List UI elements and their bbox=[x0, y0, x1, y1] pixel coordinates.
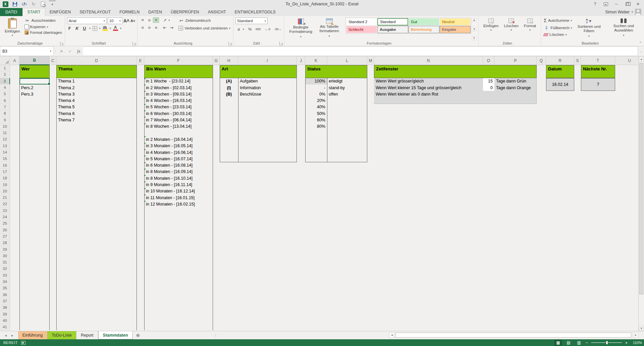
cell-F13[interactable]: in 3 Monaten - [16.05.14] bbox=[144, 143, 213, 149]
cell-H1[interactable]: Art bbox=[220, 65, 297, 78]
ribbon-tab-daten[interactable]: DATEN bbox=[144, 8, 166, 16]
cell-D4[interactable]: Thema 2 bbox=[56, 84, 137, 91]
vertical-scrollbar[interactable]: ▲ ▼ bbox=[638, 56, 644, 331]
cell-K9[interactable]: 60% bbox=[305, 117, 327, 123]
number-dialog-launcher[interactable]: ↘ bbox=[279, 42, 283, 45]
cell-F8[interactable]: in 6 Wochen - [30.03.14] bbox=[144, 110, 213, 117]
zoom-slider-thumb[interactable] bbox=[606, 341, 608, 345]
cell-D9[interactable]: Thema 7 bbox=[56, 117, 137, 123]
restore-button[interactable] bbox=[623, 1, 632, 7]
cell-B1[interactable]: Wer bbox=[19, 65, 50, 78]
next-sheet-button[interactable]: ► bbox=[11, 334, 14, 337]
scroll-down-button[interactable]: ▼ bbox=[639, 326, 644, 331]
cell-R3[interactable]: 16.02.14 bbox=[546, 78, 574, 91]
column-header-F[interactable]: F bbox=[144, 56, 213, 65]
align-middle-button[interactable]: ≡ bbox=[146, 17, 152, 23]
cell-F20[interactable]: in 10 Monaten - [16.12.14] bbox=[144, 188, 213, 194]
copy-button[interactable]: Kopieren▾ bbox=[24, 24, 62, 30]
zoom-out-button[interactable]: − bbox=[586, 340, 588, 345]
cell-F12[interactable]: in 2 Monaten - [16.04.14] bbox=[144, 136, 213, 142]
conditional-formatting-button[interactable]: Bedingte Formatierung▾ bbox=[286, 17, 315, 40]
cell-T1[interactable]: Nächste Nr. bbox=[581, 65, 615, 78]
font-color-button[interactable]: A bbox=[113, 26, 118, 31]
cell-T3[interactable]: 7 bbox=[581, 78, 615, 91]
cell-L5[interactable]: offen bbox=[327, 91, 367, 97]
column-header-H[interactable]: H bbox=[220, 56, 238, 65]
font-dialog-launcher[interactable]: ↘ bbox=[132, 42, 136, 45]
cell-I4[interactable]: Information bbox=[238, 84, 297, 91]
cell-grid[interactable]: WerThemaBis WannArtStatusZeitfensterDatu… bbox=[0, 65, 644, 331]
cell-I3[interactable]: Aufgaben bbox=[238, 78, 297, 84]
cell-I5[interactable]: Beschlüsse bbox=[238, 91, 297, 97]
sort-filter-button[interactable]: AZ▼ Sortieren und Filtern▾ bbox=[573, 17, 605, 39]
print-preview-button[interactable] bbox=[40, 1, 46, 7]
tab-scroll-splitter[interactable]: ⋮ bbox=[214, 331, 217, 339]
minimize-button[interactable]: ─ bbox=[612, 1, 621, 7]
active-cell-selection[interactable] bbox=[19, 78, 50, 84]
cell-F19[interactable]: in 9 Monaten - [16.11.14] bbox=[144, 181, 213, 188]
help-button[interactable]: ? bbox=[590, 1, 600, 7]
align-left-button[interactable]: ≡ bbox=[140, 25, 146, 30]
format-painter-button[interactable]: Format übertragen bbox=[24, 30, 62, 35]
cell-F16[interactable]: in 6 Monaten - [16.08.14] bbox=[144, 162, 213, 169]
column-header-G[interactable]: G bbox=[213, 56, 220, 65]
page-break-view-button[interactable]: ▥ bbox=[575, 340, 583, 346]
delete-cells-button[interactable]: ✕ Löschen▾ bbox=[501, 17, 521, 33]
sheet-tab-todo-liste[interactable]: ToDo-Liste bbox=[47, 331, 76, 339]
format-cells-button[interactable]: ↔ Format▾ bbox=[521, 17, 539, 33]
orientation-button[interactable]: ↗ bbox=[162, 17, 168, 23]
horizontal-scroll-thumb[interactable] bbox=[395, 333, 631, 338]
close-button[interactable]: ✕ bbox=[633, 1, 643, 7]
ribbon-tab-einfügen[interactable]: EINFÜGEN bbox=[45, 8, 75, 16]
confirm-entry-button[interactable]: ✓ bbox=[66, 46, 74, 56]
cell-style-ausgabe[interactable]: Ausgabe bbox=[377, 26, 408, 33]
cell-D8[interactable]: Thema 6 bbox=[56, 110, 137, 117]
cell-K5[interactable]: 0% bbox=[305, 91, 327, 97]
scroll-right-button[interactable]: ► bbox=[633, 332, 639, 338]
align-bottom-button[interactable]: ≡ bbox=[153, 17, 159, 23]
cell-F4[interactable]: in 2 Wochen - [02.03.14] bbox=[144, 84, 213, 91]
column-header-D[interactable]: D bbox=[56, 56, 137, 65]
number-format-select[interactable]: Standard▾ bbox=[235, 17, 268, 24]
cell-K3[interactable]: 100% bbox=[305, 78, 327, 84]
cell-style-eingabe[interactable]: Eingabe bbox=[440, 26, 471, 33]
zoom-in-button[interactable]: + bbox=[625, 340, 628, 345]
column-header-P[interactable]: P bbox=[494, 56, 537, 65]
new-sheet-button[interactable]: ⊕ bbox=[133, 331, 144, 339]
merge-center-button[interactable]: Verbinden und zentrieren▾ bbox=[178, 25, 231, 31]
align-right-button[interactable]: ≡ bbox=[153, 25, 159, 30]
cell-D1[interactable]: Thema bbox=[56, 65, 137, 78]
ribbon-tab-überprüfen[interactable]: ÜBERPRÜFEN bbox=[166, 8, 204, 16]
cell-F14[interactable]: in 4 Monaten - [16.06.14] bbox=[144, 149, 213, 156]
collapse-ribbon-button[interactable]: ⌃ bbox=[639, 41, 642, 45]
cell-F22[interactable]: in 12 Monaten - [16.02.15] bbox=[144, 201, 213, 207]
scroll-up-button[interactable]: ▲ bbox=[639, 56, 644, 62]
cell-K10[interactable]: 80% bbox=[305, 123, 327, 130]
find-select-button[interactable]: Suchen und Auswählen▾ bbox=[605, 17, 642, 39]
zoom-level[interactable]: 110% bbox=[631, 341, 642, 345]
cell-style-standard[interactable]: Standard bbox=[377, 18, 408, 25]
cell-N4[interactable]: Wenn Wert kleiner 15 Tage und grösser/gl… bbox=[374, 84, 483, 91]
horizontal-scrollbar[interactable]: ◄ ► bbox=[389, 332, 639, 338]
wrap-text-button[interactable]: ↩Zeilenumbruch bbox=[178, 17, 231, 23]
sheet-tab-report[interactable]: Report bbox=[76, 331, 98, 339]
customize-qat-button[interactable]: ▾ bbox=[49, 1, 56, 7]
formula-input[interactable] bbox=[83, 46, 638, 56]
sheet-tab-einf-hrung[interactable]: Einführung bbox=[18, 331, 47, 339]
increase-indent-button[interactable]: ⇥ bbox=[168, 25, 174, 30]
column-header-J[interactable]: J bbox=[297, 56, 305, 65]
cell-K8[interactable]: 50% bbox=[305, 110, 327, 117]
cell-style-standard-2[interactable]: Standard 2 bbox=[346, 18, 377, 25]
autosum-button[interactable]: ΣAutoSumme▾ bbox=[543, 17, 573, 23]
align-top-button[interactable]: ≡ bbox=[140, 17, 146, 23]
insert-function-button[interactable]: fx bbox=[74, 46, 83, 56]
column-header-M[interactable]: M bbox=[367, 56, 374, 65]
paste-button[interactable]: Einfügen▾ bbox=[2, 17, 22, 38]
decrease-decimal-button[interactable]: .00→ bbox=[274, 27, 282, 31]
ribbon-tab-start[interactable]: START bbox=[22, 8, 45, 16]
borders-button[interactable] bbox=[93, 26, 97, 31]
cell-D5[interactable]: Thema 3 bbox=[56, 91, 137, 97]
font-family-select[interactable]: Arial▾ bbox=[67, 17, 107, 24]
ribbon-tab-datei[interactable]: DATEI bbox=[0, 8, 22, 16]
cell-D7[interactable]: Thema 5 bbox=[56, 104, 137, 110]
